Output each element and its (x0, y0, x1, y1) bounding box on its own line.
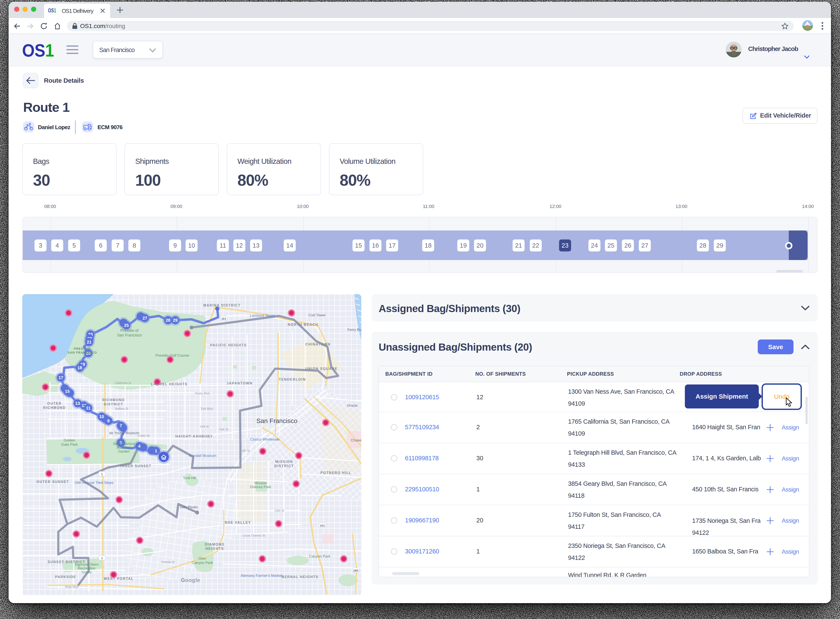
svg-text:JAPANTOWN: JAPANTOWN (226, 381, 252, 385)
svg-text:PARKSIDE: PARKSIDE (55, 575, 76, 579)
svg-text:Recreation: Recreation (78, 566, 95, 570)
svg-text:LAUREL HEIGHTS: LAUREL HEIGHTS (151, 382, 188, 386)
svg-text:Google: Google (181, 577, 200, 583)
svg-text:Dolores Park: Dolores Park (250, 485, 271, 489)
svg-text:101: 101 (320, 524, 325, 527)
svg-text:de Young Museum: de Young Museum (109, 431, 139, 435)
svg-text:101: 101 (221, 317, 226, 320)
svg-text:Presidio Golf Course: Presidio Golf Course (156, 353, 189, 357)
svg-text:Lombard Street: Lombard Street (250, 314, 275, 318)
svg-text:PRESIDIO: PRESIDIO (74, 347, 91, 350)
svg-text:Chase: Chase (351, 438, 361, 442)
svg-text:21: 21 (87, 340, 91, 344)
svg-text:Gate Park: Gate Park (61, 443, 78, 447)
svg-text:Twin Peaks: Twin Peaks (179, 505, 198, 509)
svg-text:16th Avenue Tiled Steps: 16th Avenue Tiled Steps (74, 481, 113, 485)
svg-text:Sloat Blvd: Sloat Blvd (65, 585, 78, 589)
svg-text:11: 11 (86, 406, 90, 410)
svg-text:WEST PORTAL: WEST PORTAL (104, 577, 133, 580)
svg-text:DISTRICT: DISTRICT (104, 402, 123, 406)
svg-text:Canyon Park: Canyon Park (192, 561, 213, 565)
svg-text:Sigmund Stern: Sigmund Stern (75, 562, 99, 567)
svg-text:Portola Dr: Portola Dr (161, 560, 175, 564)
svg-text:27: 27 (142, 316, 147, 320)
svg-text:DIAMOND: DIAMOND (205, 543, 225, 546)
svg-text:Coit Tower: Coit Tower (308, 313, 326, 317)
svg-text:MISSION: MISSION (276, 460, 293, 464)
svg-text:Garden: Garden (118, 450, 129, 453)
svg-text:Ferry Bu: Ferry Bu (347, 328, 361, 332)
svg-text:Glen: Glen (198, 556, 206, 561)
svg-text:Oak St: Oak St (219, 428, 228, 431)
svg-text:25: 25 (124, 323, 129, 328)
svg-text:HEIGHTS: HEIGHTS (205, 547, 224, 550)
svg-text:San Francisco: San Francisco (113, 442, 135, 446)
svg-text:OUTER: OUTER (47, 402, 62, 405)
svg-text:1: 1 (101, 472, 103, 476)
svg-text:28: 28 (166, 318, 170, 323)
svg-text:10: 10 (99, 414, 104, 419)
svg-text:13: 13 (75, 401, 80, 406)
svg-text:California St: California St (115, 381, 131, 385)
svg-text:OUTER SUNSET: OUTER SUNSET (36, 480, 69, 484)
svg-text:29: 29 (173, 318, 178, 323)
svg-text:CHINATOWN: CHINATOWN (305, 342, 331, 346)
svg-text:San Francisco: San Francisco (256, 417, 297, 424)
svg-text:18: 18 (77, 365, 82, 370)
svg-text:7: 7 (120, 423, 122, 428)
svg-text:NOE VALLEY: NOE VALLEY (225, 521, 251, 524)
svg-text:BERNAL HEIGHTS: BERNAL HEIGHTS (281, 575, 319, 579)
svg-text:HAIGHT-ASHBURY: HAIGHT-ASHBURY (175, 435, 213, 438)
svg-text:Oracle: Oracle (347, 404, 358, 408)
svg-text:15: 15 (65, 389, 70, 394)
svg-text:16th St: 16th St (240, 449, 250, 452)
svg-text:17: 17 (58, 375, 63, 380)
svg-text:8: 8 (107, 419, 109, 423)
svg-text:TENDERLOIN: TENDERLOIN (279, 378, 306, 381)
svg-text:DISTRICT: DISTRICT (274, 464, 294, 468)
svg-text:Grove: Grove (82, 570, 91, 574)
svg-text:Costco Wholesale: Costco Wholesale (250, 437, 279, 441)
svg-text:Presidio of: Presidio of (120, 328, 139, 333)
svg-text:San Francisco: San Francisco (117, 333, 142, 337)
svg-text:SAN FRANCISCO: SAN FRANCISCO (67, 351, 97, 354)
svg-text:Tank Hill: Tank Hill (183, 476, 196, 480)
svg-text:1: 1 (101, 556, 103, 560)
svg-text:1: 1 (155, 449, 157, 453)
svg-text:RICHMOND: RICHMOND (102, 398, 125, 402)
svg-text:PACIFIC HEIGHTS: PACIFIC HEIGHTS (210, 343, 247, 347)
svg-text:Fell St: Fell St (200, 425, 209, 428)
svg-text:MARINA DISTRICT: MARINA DISTRICT (204, 304, 241, 307)
svg-text:Fulton St: Fulton St (138, 434, 150, 437)
svg-text:Randall Museum: Randall Museum (189, 454, 216, 458)
svg-text:280: 280 (353, 569, 358, 572)
svg-text:INNER SUNSET: INNER SUNSET (120, 464, 151, 468)
svg-text:POTRERO HILL: POTRERO HILL (320, 471, 352, 475)
svg-text:Cesar Chavez St: Cesar Chavez St (243, 534, 265, 537)
svg-text:NORTH BEACH: NORTH BEACH (288, 323, 318, 326)
svg-text:Botanical: Botanical (117, 446, 131, 449)
svg-text:RICHMOND: RICHMOND (43, 406, 66, 410)
svg-text:24th St: 24th St (275, 509, 284, 512)
svg-text:Mission: Mission (255, 481, 267, 485)
svg-text:Canyon Park: Canyon Park (309, 554, 331, 558)
svg-text:Golden: Golden (64, 438, 75, 442)
svg-text:Alemany Farmer's Market: Alemany Farmer's Market (241, 574, 282, 578)
svg-text:Turk Blvd: Turk Blvd (201, 407, 213, 410)
svg-text:Geary Blvd: Geary Blvd (195, 392, 210, 395)
svg-text:UNION SQUARE: UNION SQUARE (305, 367, 338, 371)
svg-text:4: 4 (138, 444, 141, 449)
svg-text:Balboa St: Balboa St (115, 407, 128, 410)
